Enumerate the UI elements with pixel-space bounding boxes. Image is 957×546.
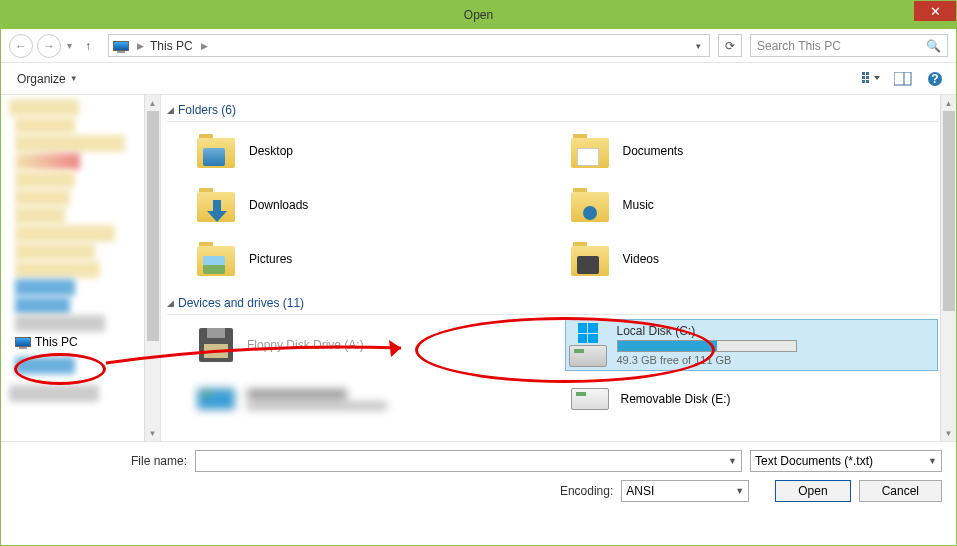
folder-icon — [195, 186, 237, 224]
navigation-bar: ← → ▾ ↑ ▶ This PC ▶ ▾ ⟳ Search This PC 🔍 — [1, 29, 956, 63]
drive-removable-e[interactable]: Removable Disk (E:) — [565, 379, 939, 419]
address-dropdown-icon[interactable]: ▾ — [692, 41, 705, 51]
sidebar-item-thispc[interactable]: This PC — [1, 333, 160, 351]
sidebar-scrollbar[interactable]: ▲ ▼ — [144, 95, 160, 441]
drive-label: Floppy Disk Drive (A:) — [247, 338, 364, 352]
up-button[interactable]: ↑ — [78, 36, 98, 56]
floppy-icon — [195, 329, 237, 361]
capacity-bar — [617, 340, 797, 352]
search-icon: 🔍 — [926, 39, 941, 53]
svg-marker-6 — [874, 76, 880, 80]
removable-drive-icon — [569, 383, 611, 415]
folder-icon — [569, 132, 611, 170]
drive-free-text: 49.3 GB free of 111 GB — [617, 354, 935, 366]
svg-rect-5 — [866, 80, 869, 83]
pc-icon — [15, 337, 31, 347]
section-drives-header[interactable]: ◢ Devices and drives (11) — [161, 288, 938, 314]
search-placeholder: Search This PC — [757, 39, 841, 53]
folder-documents[interactable]: Documents — [565, 128, 939, 174]
section-label: Folders (6) — [178, 103, 236, 117]
svg-rect-4 — [862, 80, 865, 83]
filetype-value: Text Documents (*.txt) — [755, 454, 873, 468]
svg-rect-7 — [894, 72, 911, 85]
folder-label: Pictures — [249, 252, 292, 266]
pc-icon — [113, 41, 129, 51]
svg-rect-1 — [866, 72, 869, 75]
svg-text:?: ? — [931, 72, 938, 86]
history-dropdown-icon[interactable]: ▾ — [67, 40, 72, 51]
section-label: Devices and drives (11) — [178, 296, 304, 310]
open-button[interactable]: Open — [775, 480, 850, 502]
folder-icon — [569, 186, 611, 224]
folder-label: Downloads — [249, 198, 308, 212]
window-title: Open — [464, 8, 493, 22]
svg-rect-3 — [866, 76, 869, 79]
folder-pictures[interactable]: Pictures — [191, 236, 565, 282]
disclosure-icon: ◢ — [167, 105, 174, 115]
encoding-label: Encoding: — [560, 484, 613, 498]
preview-pane-button[interactable] — [892, 70, 914, 88]
encoding-select[interactable]: ANSI ▼ — [621, 480, 749, 502]
folder-icon — [569, 240, 611, 278]
close-button[interactable]: ✕ — [914, 1, 956, 21]
folder-icon — [195, 132, 237, 170]
help-button[interactable]: ? — [924, 70, 946, 88]
chevron-down-icon: ▼ — [70, 74, 78, 83]
drive-blurred[interactable] — [191, 379, 565, 419]
filename-input[interactable]: ▼ — [195, 450, 742, 472]
filename-label: File name: — [15, 454, 187, 468]
organize-label: Organize — [17, 72, 66, 86]
chevron-down-icon: ▼ — [928, 456, 937, 466]
folder-label: Desktop — [249, 144, 293, 158]
encoding-value: ANSI — [626, 484, 654, 498]
folder-downloads[interactable]: Downloads — [191, 182, 565, 228]
chevron-right-icon: ▶ — [137, 41, 144, 51]
section-folders-header[interactable]: ◢ Folders (6) — [161, 95, 938, 121]
chevron-down-icon: ▼ — [735, 486, 744, 496]
main-scrollbar[interactable]: ▲ ▼ — [940, 95, 956, 441]
drive-label: Removable Disk (E:) — [621, 392, 731, 406]
drive-label: Local Disk (C:) — [617, 324, 935, 338]
content-area: This PC ▲ ▼ ◢ Folders (6) — [1, 95, 956, 441]
toolbar: Organize ▼ ? — [1, 63, 956, 95]
chevron-right-icon: ▶ — [201, 41, 208, 51]
folder-videos[interactable]: Videos — [565, 236, 939, 282]
folder-label: Documents — [623, 144, 684, 158]
drive-floppy[interactable]: Floppy Disk Drive (A:) — [191, 319, 565, 371]
address-bar[interactable]: ▶ This PC ▶ ▾ — [108, 34, 710, 57]
file-view: ◢ Folders (6) Desktop Documents D — [161, 95, 956, 441]
svg-rect-2 — [862, 76, 865, 79]
drive-c-icon — [569, 323, 607, 367]
back-button[interactable]: ← — [9, 34, 33, 58]
refresh-button[interactable]: ⟳ — [718, 34, 742, 57]
drive-local-c[interactable]: Local Disk (C:) 49.3 GB free of 111 GB — [565, 319, 939, 371]
search-input[interactable]: Search This PC 🔍 — [750, 34, 948, 57]
bottom-bar: File name: ▼ Text Documents (*.txt) ▼ En… — [1, 441, 956, 512]
folder-desktop[interactable]: Desktop — [191, 128, 565, 174]
disclosure-icon: ◢ — [167, 298, 174, 308]
folder-icon — [195, 240, 237, 278]
open-dialog: Open ✕ ← → ▾ ↑ ▶ This PC ▶ ▾ ⟳ Search Th… — [0, 0, 957, 546]
filetype-select[interactable]: Text Documents (*.txt) ▼ — [750, 450, 942, 472]
svg-rect-0 — [862, 72, 865, 75]
organize-button[interactable]: Organize ▼ — [11, 70, 84, 88]
cancel-button[interactable]: Cancel — [859, 480, 942, 502]
chevron-down-icon: ▼ — [728, 456, 737, 466]
folder-music[interactable]: Music — [565, 182, 939, 228]
folder-label: Music — [623, 198, 654, 212]
titlebar: Open ✕ — [1, 1, 956, 29]
view-options-button[interactable] — [860, 70, 882, 88]
navigation-pane: This PC ▲ ▼ — [1, 95, 161, 441]
forward-button[interactable]: → — [37, 34, 61, 58]
breadcrumb-location[interactable]: This PC — [150, 39, 193, 53]
sidebar-item-label: This PC — [35, 335, 78, 349]
folder-label: Videos — [623, 252, 659, 266]
